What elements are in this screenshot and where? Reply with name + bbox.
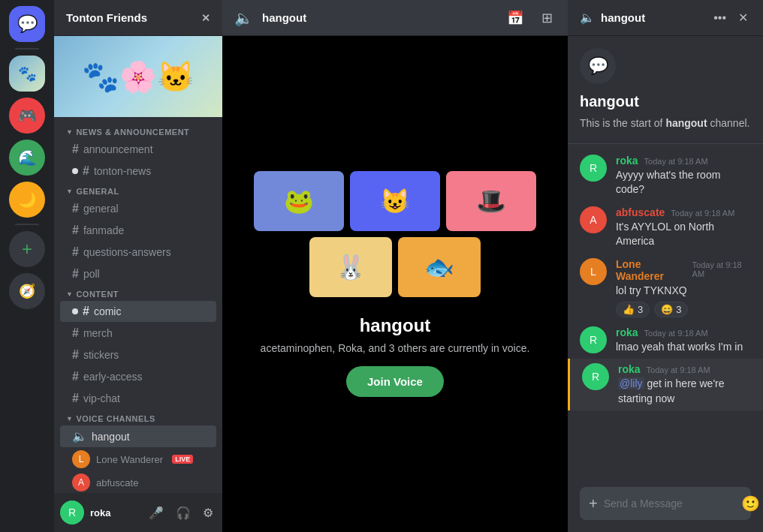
right-panel-channel-icon: 🔈 [580, 11, 595, 25]
message-header: abfuscate Today at 9:18 AM [616, 206, 751, 218]
channel-fanmade[interactable]: # fanmade [60, 220, 216, 241]
category-arrow: ▼ [66, 290, 73, 298]
message-avatar: L [580, 258, 607, 285]
message-input[interactable] [604, 497, 735, 509]
add-attachment-button[interactable]: + [589, 495, 598, 512]
message-item-highlighted: R roka Today at 9:18 AM @lily get in her… [568, 359, 763, 410]
message-time: Today at 9:18 AM [644, 157, 708, 166]
message-item: R roka Today at 9:18 AM Ayyyy what's the… [568, 150, 763, 202]
message-header: roka Today at 9:18 AM [618, 363, 751, 375]
right-panel-channel-name: hangout [601, 11, 704, 24]
server-banner: 🐾🌸🐱 [54, 36, 222, 117]
join-voice-button[interactable]: Join Voice [346, 366, 444, 397]
message-item: R roka Today at 9:18 AM lmao yeah that w… [568, 322, 763, 359]
speaker-icon: 🔈 [72, 429, 87, 443]
message-avatar: R [582, 363, 609, 390]
username-label: roka [90, 507, 140, 518]
channel-vip-chat[interactable]: # vip-chat [60, 388, 216, 409]
message-time: Today at 9:18 AM [692, 260, 751, 278]
category-arrow: ▼ [66, 415, 73, 422]
tile-emoji-5: 🐟 [424, 253, 454, 281]
server-icon-home[interactable]: 💬 [9, 6, 45, 42]
channel-name-label: merch [83, 327, 113, 339]
channel-comic[interactable]: # comic [60, 301, 216, 322]
message-item: A abfuscate Today at 9:18 AM It's AYYLOL… [568, 202, 763, 254]
explore-servers-button[interactable]: 🧭 [9, 273, 45, 309]
deafen-button[interactable]: 🎧 [173, 503, 194, 523]
channel-poll[interactable]: # poll [60, 263, 216, 284]
server-name: Tonton Friends [66, 11, 147, 24]
hash-icon: # [83, 305, 89, 318]
server-header[interactable]: Tonton Friends ✕ [54, 0, 222, 36]
grid-view-icon[interactable]: ⊞ [538, 7, 556, 29]
category-general[interactable]: ▼ GENERAL [54, 182, 222, 197]
channel-hangout-voice[interactable]: 🔈 hangout [60, 425, 216, 447]
server-icon-3[interactable]: 🌊 [9, 140, 45, 176]
more-options-button[interactable]: ••• [710, 8, 729, 28]
channel-name-label: early-access [83, 371, 143, 383]
banner-art: 🐾🌸🐱 [82, 59, 195, 95]
voice-member-lone-wanderer[interactable]: L Lone Wanderer LIVE [66, 448, 216, 470]
channel-sidebar: Tonton Friends ✕ 🐾🌸🐱 ▼ NEWS & ANNOUNCEME… [54, 0, 222, 532]
reaction-smile[interactable]: 😄 3 [654, 302, 688, 317]
channel-merch[interactable]: # merch [60, 323, 216, 344]
desc-start: This is the start of [580, 117, 665, 129]
right-panel-body: 💬 hangout This is the start of hangout c… [568, 36, 763, 532]
message-header: Lone Wanderer Today at 9:18 AM [616, 258, 751, 282]
voice-tile-1: 🐸 [254, 171, 344, 231]
voice-channel-icon: 🔈 [234, 9, 253, 27]
hash-icon: # [72, 348, 79, 362]
channel-general[interactable]: # general [60, 198, 216, 219]
hash-icon: # [72, 143, 79, 156]
category-label: GENERAL [76, 187, 119, 196]
reaction-thumbs-up[interactable]: 👍 3 [616, 302, 650, 317]
server-icon-4[interactable]: 🌙 [9, 182, 45, 218]
main-header: 🔈 hangout 📅 ⊞ [222, 0, 568, 36]
channel-name-label: tonton-news [94, 165, 151, 177]
category-arrow: ▼ [66, 188, 73, 195]
mute-button[interactable]: 🎤 [146, 503, 167, 523]
tiles-row-2: 🐰 🐟 [309, 237, 481, 297]
channel-name-label: questions-answers [83, 246, 171, 258]
channel-stickers[interactable]: # stickers [60, 344, 216, 365]
desc-bold: hangout [665, 117, 707, 129]
channel-name-label: comic [94, 305, 122, 317]
channel-tonton-news[interactable]: # tonton-news [60, 161, 216, 182]
voice-stage: 🐸 😺 🎩 🐰 🐟 hangout acetaminophe [222, 36, 568, 532]
desc-end: channel. [707, 117, 750, 129]
settings-button[interactable]: ⚙ [200, 503, 216, 523]
message-author: roka [616, 326, 638, 338]
message-time: Today at 9:18 AM [647, 365, 710, 374]
server-icon-2[interactable]: 🎮 [9, 98, 45, 134]
server-icon-tonton[interactable]: 🐾 [9, 56, 45, 92]
category-label: VOICE CHANNELS [76, 414, 155, 423]
message-time: Today at 9:18 AM [644, 329, 708, 338]
channel-announcement[interactable]: # announcement [60, 139, 216, 160]
member-avatar: L [72, 450, 90, 468]
category-content[interactable]: ▼ CONTENT [54, 285, 222, 300]
hangout-description: This is the start of hangout channel. [580, 116, 751, 131]
tile-emoji-3: 🎩 [476, 187, 506, 215]
message-author: Lone Wanderer [616, 258, 686, 282]
message-text: @lily get in here we're starting now [618, 377, 751, 406]
main-header-actions: 📅 ⊞ [504, 7, 556, 29]
channel-name-label: general [83, 203, 119, 215]
category-voice[interactable]: ▼ VOICE CHANNELS [54, 410, 222, 425]
server-bar: 💬 🐾 🎮 🌊 🌙 + 🧭 [0, 0, 54, 532]
channel-questions-answers[interactable]: # questions-answers [60, 242, 216, 263]
member-name: Lone Wanderer [96, 454, 163, 465]
mention: @lily [618, 377, 644, 389]
channel-name-label: fanmade [83, 224, 124, 236]
category-news[interactable]: ▼ NEWS & ANNOUNCEMENT [54, 123, 222, 138]
voice-member-abfuscate[interactable]: A abfuscate [66, 471, 216, 493]
message-content: Lone Wanderer Today at 9:18 AM lol try T… [616, 258, 751, 317]
calendar-icon[interactable]: 📅 [504, 7, 526, 29]
message-item: L Lone Wanderer Today at 9:18 AM lol try… [568, 254, 763, 322]
close-panel-button[interactable]: ✕ [735, 8, 751, 28]
channel-early-access[interactable]: # early-access [60, 366, 216, 387]
add-server-button[interactable]: + [9, 231, 45, 267]
right-panel: 🔈 hangout ••• ✕ 💬 hangout This is the st… [568, 0, 763, 532]
emoji-picker-button[interactable]: 🙂 [741, 494, 760, 512]
live-badge: LIVE [172, 455, 193, 464]
reaction-count: 3 [638, 304, 643, 315]
